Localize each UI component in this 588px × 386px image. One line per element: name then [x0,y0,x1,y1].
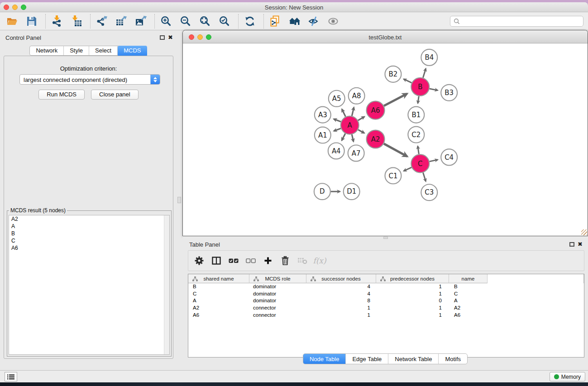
mcds-result-item[interactable]: A6 [9,244,169,252]
tab-network-table[interactable]: Network Table [388,354,439,364]
import-network-icon[interactable] [50,14,64,28]
table-settings-icon[interactable] [193,254,206,267]
delete-table-icon[interactable] [296,254,309,267]
graph-edge-C-C3[interactable] [423,172,426,181]
mcds-result-item[interactable]: A [9,223,169,230]
mcds-result-item[interactable]: A2 [9,215,169,223]
graph-edge-B-B1[interactable] [418,96,419,104]
float-panel-icon[interactable] [569,242,574,247]
graph-node-A8[interactable]: A8 [349,88,365,104]
graph-edge-A-A1[interactable] [334,129,341,131]
graph-node-D[interactable]: D [314,183,330,200]
network-graph[interactable]: AA1A3A5A8A4A7A6A2BB2B4B3B1CC2C4C1C3DD1 [183,44,588,236]
add-column-icon[interactable] [262,254,274,267]
mcds-result-list[interactable]: A2ABCA6 [9,215,170,355]
export-image-icon[interactable] [134,14,148,28]
column-header-name[interactable]: name [449,274,488,283]
tab-motifs[interactable]: Motifs [439,354,467,364]
graph-node-A3[interactable]: A3 [315,107,331,123]
splitter-handle[interactable] [177,197,181,203]
network-overview-icon[interactable] [288,14,301,28]
delete-column-icon[interactable] [279,254,292,267]
column-header-predecessor-nodes[interactable]: predecessor nodes [376,274,449,283]
graph-node-C[interactable]: C [411,154,429,172]
graph-node-A7[interactable]: A7 [348,145,364,161]
graph-edge-A6-B[interactable] [384,94,407,106]
network-canvas[interactable]: AA1A3A5A8A4A7A6A2BB2B4B3B1CC2C4C1C3DD1 [183,44,588,236]
graph-edge-A-A6[interactable] [358,117,364,120]
hide-graphics-details-icon[interactable] [307,14,321,28]
select-all-icon[interactable] [227,254,240,267]
graph-edge-B-B4[interactable] [423,69,425,78]
save-session-icon[interactable] [25,14,38,28]
graph-edge-A2-C[interactable] [384,144,407,157]
refresh-layout-icon[interactable] [243,14,257,28]
tab-mcds[interactable]: MCDS [118,46,147,57]
float-panel-icon[interactable] [160,35,165,40]
graph-edge-B-B2[interactable] [404,79,412,83]
run-mcds-button[interactable]: Run MCDS [38,90,85,100]
graph-node-B2[interactable]: B2 [385,66,402,82]
criterion-dropdown[interactable]: largest connected component (directed) [19,74,160,85]
graph-edge-B-B3[interactable] [430,89,438,91]
graph-edge-A-A4[interactable] [342,133,345,140]
table-row[interactable]: A6connector11A6 [188,312,584,319]
graph-edge-A-A2[interactable] [358,130,364,133]
deselect-all-icon[interactable] [244,254,257,267]
export-network-icon[interactable] [95,14,109,28]
memory-button[interactable]: Memory [550,372,585,381]
close-panel-button[interactable]: Close panel [91,90,139,100]
export-table-icon[interactable] [115,14,128,28]
graph-node-C2[interactable]: C2 [408,127,424,143]
graph-node-A4[interactable]: A4 [328,143,344,159]
close-panel-icon[interactable] [578,241,583,248]
table-row[interactable]: A2connector11A2 [188,305,584,312]
column-header-successor-nodes[interactable]: successor nodes [306,274,376,283]
import-table-icon[interactable] [70,14,83,28]
graph-node-B4[interactable]: B4 [421,49,437,66]
graph-edge-A-A7[interactable] [352,134,354,142]
tab-edge-table[interactable]: Edge Table [346,354,388,364]
column-header-shared-name[interactable]: shared name [188,274,249,283]
tab-select[interactable]: Select [89,46,118,55]
graph-node-A2[interactable]: A2 [367,130,385,148]
graph-node-B1[interactable]: B1 [408,107,424,123]
tab-node-table[interactable]: Node Table [303,354,346,364]
splitter-handle[interactable] [383,237,388,239]
graph-node-A6[interactable]: A6 [367,101,385,119]
function-builder-icon[interactable]: f(x) [313,254,326,267]
vertical-splitter[interactable] [177,31,182,367]
graph-edge-C-C2[interactable] [418,146,419,154]
graph-node-A1[interactable]: A1 [315,127,331,143]
open-session-icon[interactable] [5,14,19,28]
table-row[interactable]: Cdominator41C [188,291,584,298]
dropdown-stepper-icon[interactable] [150,75,160,84]
graph-node-C3[interactable]: C3 [421,184,437,200]
search-input[interactable] [462,17,583,25]
search-box[interactable] [450,16,583,27]
graph-edge-C-C4[interactable] [430,160,438,162]
close-panel-icon[interactable] [168,34,173,41]
zoom-fit-icon[interactable] [198,14,212,28]
mcds-result-item[interactable]: B [9,230,169,237]
graph-node-B3[interactable]: B3 [441,85,457,101]
tab-network[interactable]: Network [30,46,64,55]
graph-node-D1[interactable]: D1 [344,183,360,200]
split-panel-icon[interactable] [210,254,223,267]
task-history-button[interactable] [5,372,17,381]
graph-node-C1[interactable]: C1 [385,167,402,184]
mcds-result-scrollbar[interactable] [164,215,169,354]
mcds-result-item[interactable]: C [9,237,169,244]
graph-edge-A-A3[interactable] [334,119,341,122]
graph-node-B[interactable]: B [411,78,429,96]
zoom-in-icon[interactable] [159,14,173,28]
graph-node-A5[interactable]: A5 [329,91,345,107]
graph-edge-A-A8[interactable] [352,107,354,116]
column-header-mcds-role[interactable]: MCDS role [249,274,306,283]
zoom-out-icon[interactable] [179,14,192,28]
zoom-selected-icon[interactable] [218,14,231,28]
graph-node-C4[interactable]: C4 [441,149,457,165]
window-resize-grip[interactable] [581,229,587,235]
show-graphics-details-icon[interactable] [327,14,340,28]
graph-edge-C-C1[interactable] [404,167,411,171]
